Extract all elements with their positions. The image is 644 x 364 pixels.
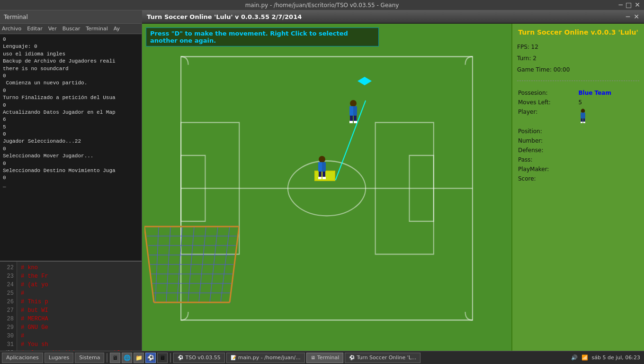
taskbar-right: 🔊 📶 sáb 5 de jul, 06:23 xyxy=(571,355,642,361)
window-title: main.py - /home/juan/Escritorio/TSO v0.0… xyxy=(245,2,399,9)
taskbar: Aplicaciones Lugares Sistema 🖥 🌐 📁 ⚽ 🖥 ⚽… xyxy=(0,351,644,364)
fps-display: FPS: 12 xyxy=(517,44,639,50)
maximize-btn[interactable]: □ xyxy=(626,1,632,9)
svg-point-34 xyxy=(319,156,325,163)
terminal-line-9: 0 xyxy=(3,102,139,109)
code-line-24: # (at yo xyxy=(21,281,138,289)
code-content[interactable]: # kno # the Fr # (at yo # # This p # but… xyxy=(17,262,142,354)
goal xyxy=(144,222,239,307)
terminal-cursor: _ xyxy=(3,182,139,189)
soccer-field[interactable]: Press "D" to make the movement. Right Cl… xyxy=(142,24,511,364)
game-info-title: Turn Soccer Online v.0.0.3 'Lulu' xyxy=(517,28,639,36)
close-btn[interactable]: ✕ xyxy=(635,1,640,9)
terminal-icon: 🖥 xyxy=(160,355,165,361)
code-editor[interactable]: 22 23 24 25 26 27 28 29 30 31 32 33 34 #… xyxy=(0,262,142,354)
terminal-line-8: Turno Finalizado a petición del Usua xyxy=(3,94,139,101)
main-container: Terminal Archivo Editar Ver Buscar Termi… xyxy=(0,10,644,364)
taskbar-network-icon[interactable]: 📶 xyxy=(581,355,588,361)
taskbar-soccer-btn[interactable]: ⚽ Turn Soccer Online 'L... xyxy=(345,353,420,363)
svg-rect-29 xyxy=(349,106,353,116)
code-line-23: # the Fr xyxy=(21,272,138,281)
terminal-line-2: uso el idioma ingles xyxy=(3,51,139,58)
terminal-line-1: Lenguaje: 0 xyxy=(3,43,139,50)
movement-target xyxy=(358,77,372,85)
code-line-31: # You sh xyxy=(21,340,138,349)
player-label: Player: xyxy=(518,108,577,126)
taskbar-time: sáb 5 de jul, 06:23 xyxy=(592,355,640,361)
menu-terminal[interactable]: Terminal xyxy=(86,26,108,32)
menu-archivo[interactable]: Archivo xyxy=(2,26,21,32)
number-value xyxy=(578,136,638,145)
svg-point-62 xyxy=(581,109,585,113)
menu-buscar[interactable]: Buscar xyxy=(63,26,80,32)
app3-icon: 📁 xyxy=(135,355,143,361)
tso-icon: ⚽ xyxy=(178,355,183,360)
svg-rect-37 xyxy=(319,172,322,177)
geany-title-bar: Terminal xyxy=(0,10,142,24)
terminal-line-17: 0 xyxy=(3,160,139,167)
terminal-line-7: 0 xyxy=(3,87,139,94)
score-label: Score: xyxy=(518,174,577,183)
player-1[interactable] xyxy=(346,100,361,124)
taskbar-icon-app4[interactable]: ⚽ xyxy=(145,353,156,363)
menu-editar[interactable]: Editar xyxy=(27,26,43,32)
defense-value xyxy=(578,146,638,155)
taskbar-places-btn[interactable]: Lugares xyxy=(45,353,73,363)
svg-rect-6 xyxy=(409,155,433,221)
terminal-line-10: Actualizando Datos Jugador en el Map xyxy=(3,109,139,116)
files-icon: 🖥 xyxy=(112,355,118,361)
terminal-line-4: there is no soundcard xyxy=(3,65,139,73)
info-table: Possesion: Blue Team Moves Left: 5 Playe… xyxy=(517,88,639,184)
terminal-line-13: 0 xyxy=(3,131,139,138)
svg-point-27 xyxy=(350,100,357,107)
possesion-label: Possesion: xyxy=(518,89,577,97)
position-value xyxy=(578,127,638,136)
svg-rect-64 xyxy=(581,118,583,122)
taskbar-icon-terminal[interactable]: 🖥 xyxy=(157,353,168,363)
term-icon: 🖥 xyxy=(311,355,315,360)
terminal-line-15: 0 xyxy=(3,146,139,153)
taskbar-terminal-btn[interactable]: 🖥 Terminal xyxy=(306,353,344,363)
code-line-29: # GNU Ge xyxy=(21,323,138,332)
player-selected[interactable] xyxy=(314,155,330,180)
svg-rect-30 xyxy=(350,116,353,121)
field-svg xyxy=(142,24,511,364)
taskbar-main-btn[interactable]: 📝 main.py - /home/juan/... xyxy=(226,353,305,363)
taskbar-separator-2 xyxy=(170,353,171,363)
taskbar-apps-btn[interactable]: Aplicaciones xyxy=(2,353,43,363)
taskbar-tso-btn[interactable]: ⚽ TSO v0.03.55 xyxy=(173,353,224,363)
svg-rect-32 xyxy=(349,121,353,123)
game-title-controls: ─ ✕ xyxy=(626,13,639,20)
geany-menu: Archivo Editar Ver Buscar Terminal Ay xyxy=(0,24,142,34)
svg-rect-36 xyxy=(318,162,322,172)
terminal-line-18: Seleccionado Destino Movimiento Juga xyxy=(3,167,139,174)
moves-left-label: Moves Left: xyxy=(518,98,577,107)
taskbar-icon-browser[interactable]: 🌐 xyxy=(122,353,132,363)
taskbar-volume-icon[interactable]: 🔊 xyxy=(571,355,578,361)
pass-value xyxy=(578,155,638,164)
taskbar-system-btn[interactable]: Sistema xyxy=(75,353,104,363)
game-minimize-btn[interactable]: ─ xyxy=(626,13,630,20)
menu-ver[interactable]: Ver xyxy=(48,26,57,32)
app4-icon: ⚽ xyxy=(147,355,154,361)
terminal-line-0: 0 xyxy=(3,36,139,43)
code-line-25: # xyxy=(21,289,138,298)
terminal-line-5: 0 xyxy=(3,73,139,80)
game-close-btn[interactable]: ✕ xyxy=(634,13,639,20)
game-content: Press "D" to make the movement. Right Cl… xyxy=(142,24,644,364)
geany-title-text: Terminal xyxy=(4,14,28,20)
taskbar-icon-files[interactable]: 🖥 xyxy=(110,353,120,363)
browser-icon: 🌐 xyxy=(124,355,131,361)
turn-display: Turn: 2 xyxy=(517,55,639,62)
terminal-line-16: Seleccionado Mover Jugador... xyxy=(3,153,139,160)
code-line-26: # This p xyxy=(21,298,138,306)
player-value xyxy=(578,108,638,126)
minimize-btn[interactable]: ─ xyxy=(619,1,623,9)
menu-ay[interactable]: Ay xyxy=(114,26,120,32)
svg-rect-40 xyxy=(322,177,326,179)
terminal-line-3: Backup de Archivo de Jugadores reali xyxy=(3,58,139,65)
svg-rect-33 xyxy=(354,121,357,123)
title-bar: main.py - /home/juan/Escritorio/TSO v0.0… xyxy=(0,0,644,10)
taskbar-icon-app3[interactable]: 📁 xyxy=(134,353,144,363)
soccer-icon: ⚽ xyxy=(349,355,355,360)
